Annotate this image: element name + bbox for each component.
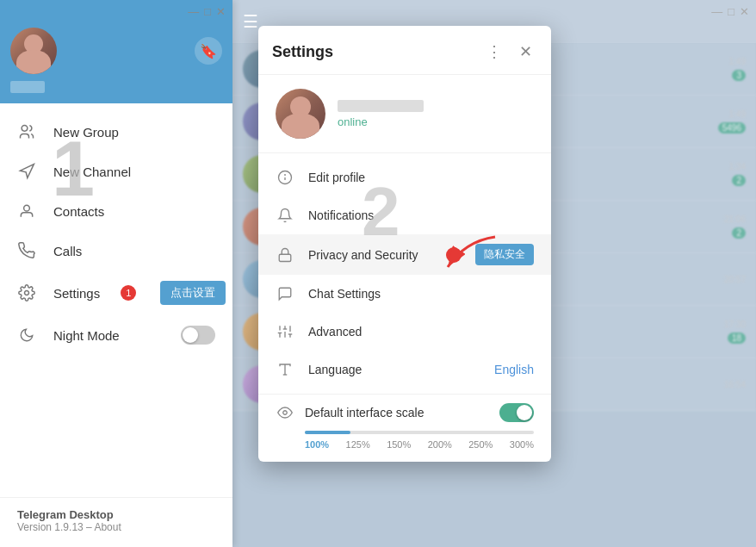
- privacy-tooltip: 隐私安全: [475, 244, 534, 265]
- bell-icon: [276, 206, 294, 225]
- sidebar-item-new-group[interactable]: New Group: [0, 112, 232, 152]
- scale-toggle[interactable]: [499, 403, 534, 422]
- settings-list: Edit profile Notifications Privacy: [258, 153, 551, 394]
- settings-label: Settings: [53, 286, 100, 301]
- right-minimize-button[interactable]: —: [711, 5, 722, 18]
- settings-row-notifications[interactable]: Notifications: [258, 196, 551, 234]
- minimize-button[interactable]: —: [188, 5, 199, 18]
- privacy-label: Privacy and Security: [308, 248, 432, 262]
- svg-point-2: [25, 291, 29, 295]
- calls-icon: [17, 241, 36, 260]
- profile-status: online: [338, 115, 424, 128]
- app-name: Telegram Desktop: [17, 508, 215, 521]
- maximize-button[interactable]: □: [204, 5, 211, 18]
- scale-option-150[interactable]: 150%: [387, 439, 411, 450]
- profile-info: online: [338, 100, 424, 128]
- svg-point-19: [283, 411, 288, 415]
- chat-settings-label: Chat Settings: [308, 287, 534, 301]
- settings-icon: [17, 283, 36, 302]
- notifications-label: Notifications: [308, 208, 534, 222]
- scale-option-200[interactable]: 200%: [428, 439, 452, 450]
- language-value: English: [494, 363, 534, 376]
- sidebar-item-calls[interactable]: Calls: [0, 231, 232, 270]
- scale-option-300[interactable]: 300%: [510, 439, 534, 450]
- contacts-icon: [17, 202, 36, 221]
- settings-tooltip: 点击设置: [160, 281, 226, 305]
- scale-bar: 100% 125% 150% 200% 250% 300%: [305, 431, 534, 450]
- night-mode-toggle[interactable]: [181, 326, 215, 345]
- close-button[interactable]: ✕: [216, 5, 226, 18]
- scale-section: Default interface scale 100% 125% 150% 2…: [258, 394, 551, 462]
- hamburger-icon[interactable]: ☰: [243, 11, 258, 32]
- modal-avatar: [276, 89, 325, 139]
- avatar[interactable]: [10, 28, 57, 74]
- left-panel: — □ ✕ 🔖 1 New Group: [0, 0, 232, 547]
- sidebar-item-contacts[interactable]: Contacts: [0, 191, 232, 231]
- edit-profile-label: Edit profile: [308, 171, 534, 184]
- right-maximize-button[interactable]: □: [728, 5, 734, 18]
- channel-icon: [17, 162, 36, 181]
- modal-title: Settings: [272, 43, 333, 61]
- language-label: Language: [308, 363, 480, 376]
- eye-icon: [276, 403, 294, 422]
- modal-more-button[interactable]: ⋮: [482, 40, 506, 64]
- advanced-label: Advanced: [308, 325, 534, 339]
- profile-name: [338, 100, 424, 112]
- scale-options: 100% 125% 150% 200% 250% 300%: [305, 439, 534, 450]
- right-area: — □ ✕ ☰ ... :ode to anyone, eve... 1:49 …: [232, 0, 756, 547]
- settings-badge: 1: [121, 285, 136, 301]
- svg-point-0: [22, 126, 28, 132]
- sliders-icon: [276, 322, 294, 341]
- profile-section[interactable]: online: [258, 75, 551, 153]
- info-icon: [276, 168, 294, 187]
- scale-option-250[interactable]: 250%: [468, 439, 493, 450]
- scale-track: [305, 431, 534, 434]
- app-version: Version 1.9.13 – About: [17, 521, 215, 533]
- svg-rect-7: [279, 254, 291, 261]
- sidebar-item-new-channel[interactable]: New Channel: [0, 152, 232, 191]
- scale-option-100[interactable]: 100%: [305, 439, 329, 450]
- modal-close-button[interactable]: ✕: [513, 40, 537, 64]
- settings-row-advanced[interactable]: Advanced: [258, 313, 551, 351]
- left-footer: Telegram Desktop Version 1.9.13 – About: [0, 497, 232, 547]
- settings-row-chat[interactable]: Chat Settings: [258, 275, 551, 313]
- new-group-label: New Group: [53, 125, 119, 140]
- username-display: [10, 81, 45, 93]
- night-mode-label: Night Mode: [53, 328, 164, 343]
- calls-label: Calls: [53, 244, 82, 258]
- scale-label: Default interface scale: [305, 406, 489, 420]
- settings-row-edit-profile[interactable]: Edit profile: [258, 159, 551, 196]
- modal-actions: ⋮ ✕: [482, 40, 537, 64]
- privacy-badge: 1: [446, 247, 462, 263]
- sidebar-item-night-mode[interactable]: Night Mode: [0, 315, 232, 355]
- bookmark-button[interactable]: 🔖: [195, 37, 222, 65]
- settings-row-privacy[interactable]: Privacy and Security 1 隐私安全: [258, 234, 551, 275]
- sidebar-item-settings[interactable]: Settings 1 点击设置: [0, 270, 232, 315]
- menu-list: New Group New Channel Contacts: [0, 103, 232, 497]
- contacts-label: Contacts: [53, 204, 104, 219]
- font-icon: [276, 360, 294, 379]
- new-channel-label: New Channel: [53, 165, 131, 179]
- scale-fill: [305, 431, 350, 434]
- chat-icon: [276, 284, 294, 303]
- scale-option-125[interactable]: 125%: [346, 439, 370, 450]
- right-close-button[interactable]: ✕: [740, 5, 749, 18]
- moon-icon: [17, 326, 36, 345]
- lock-icon: [276, 246, 294, 264]
- svg-point-1: [24, 205, 30, 211]
- settings-modal: Settings ⋮ ✕ online 2: [258, 26, 551, 462]
- group-icon: [17, 122, 36, 141]
- modal-header: Settings ⋮ ✕: [258, 26, 551, 75]
- settings-row-language[interactable]: Language English: [258, 351, 551, 388]
